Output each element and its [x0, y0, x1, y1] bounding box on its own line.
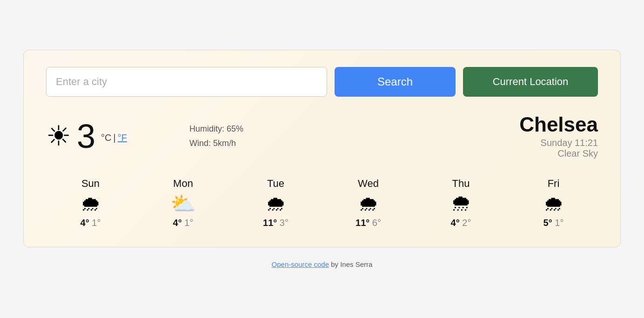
city-info: Chelsea Sunday 11:21 Clear Sky — [519, 113, 598, 159]
city-name: Chelsea — [519, 113, 598, 136]
forecast-temps: 4° 2° — [451, 218, 471, 228]
forecast-high: 5° — [543, 218, 552, 228]
forecast-high: 4° — [173, 218, 182, 228]
forecast-low: 1° — [555, 218, 564, 228]
forecast-day-label: Mon — [173, 178, 193, 190]
forecast-day-label: Thu — [452, 178, 470, 190]
forecast-day: Sun 🌧 4° 1° — [46, 178, 135, 228]
forecast-temps: 11° 3° — [263, 218, 288, 228]
search-row: Search Current Location — [46, 67, 598, 97]
forecast-icon: ⛅ — [170, 193, 196, 214]
sun-icon: ☀ — [46, 122, 71, 150]
forecast-day: Wed 🌧 11° 6° — [324, 178, 413, 228]
forecast-temps: 5° 1° — [543, 218, 564, 228]
forecast-day: Fri 🌧 5° 1° — [509, 178, 598, 228]
forecast-low: 3° — [280, 218, 288, 228]
forecast-low: 2° — [462, 218, 471, 228]
footer: Open-source code by Ines Serra — [272, 260, 373, 268]
forecast-day: Mon ⛅ 4° 1° — [139, 178, 228, 228]
forecast-day: Tue 🌧 11° 3° — [231, 178, 320, 228]
unit-fahrenheit[interactable]: °F — [118, 132, 127, 143]
forecast-icon: 🌧 — [266, 193, 286, 214]
humidity: Humidity: 65% — [189, 122, 519, 136]
forecast-day-label: Tue — [267, 178, 284, 190]
forecast-day-label: Wed — [358, 178, 379, 190]
search-button[interactable]: Search — [335, 67, 456, 97]
forecast-day-label: Sun — [81, 178, 100, 190]
weather-app: Search Current Location ☀ 3 °C | °F Humi… — [23, 50, 621, 247]
forecast-high: 4° — [80, 218, 89, 228]
forecast-icon: 🌧 — [543, 193, 564, 214]
forecast-icon: 🌨 — [451, 193, 471, 214]
forecast-high: 4° — [451, 218, 460, 228]
forecast-high: 11° — [356, 218, 369, 228]
city-condition: Clear Sky — [519, 148, 598, 159]
forecast-icon: 🌧 — [80, 193, 101, 214]
forecast-icon: 🌧 — [358, 193, 379, 214]
location-button[interactable]: Current Location — [463, 67, 598, 97]
humidity-wind: Humidity: 65% Wind: 5km/h — [189, 122, 519, 150]
unit-celsius: °C — [101, 132, 111, 143]
open-source-link[interactable]: Open-source code — [272, 260, 329, 268]
forecast-temps: 4° 1° — [80, 218, 101, 228]
forecast-high: 11° — [263, 218, 277, 228]
forecast-low: 6° — [372, 218, 381, 228]
weather-icon-temp: ☀ 3 °C | °F — [46, 119, 167, 153]
forecast-low: 1° — [92, 218, 101, 228]
city-datetime: Sunday 11:21 — [519, 138, 598, 148]
forecast-row: Sun 🌧 4° 1° Mon ⛅ 4° 1° Tue 🌧 11° 3° Wed… — [46, 178, 598, 228]
forecast-temps: 4° 1° — [173, 218, 194, 228]
forecast-temps: 11° 6° — [356, 218, 381, 228]
forecast-day: Thu 🌨 4° 2° — [416, 178, 505, 228]
forecast-low: 1° — [184, 218, 193, 228]
current-weather: ☀ 3 °C | °F Humidity: 65% Wind: 5km/h Ch… — [46, 113, 598, 159]
unit-separator: | — [114, 132, 116, 143]
footer-suffix: by Ines Serra — [329, 260, 372, 268]
temperature: 3 — [77, 119, 95, 153]
wind: Wind: 5km/h — [189, 136, 519, 151]
unit-toggle: °C | °F — [101, 132, 127, 143]
city-input[interactable] — [46, 67, 327, 97]
forecast-day-label: Fri — [548, 178, 560, 190]
